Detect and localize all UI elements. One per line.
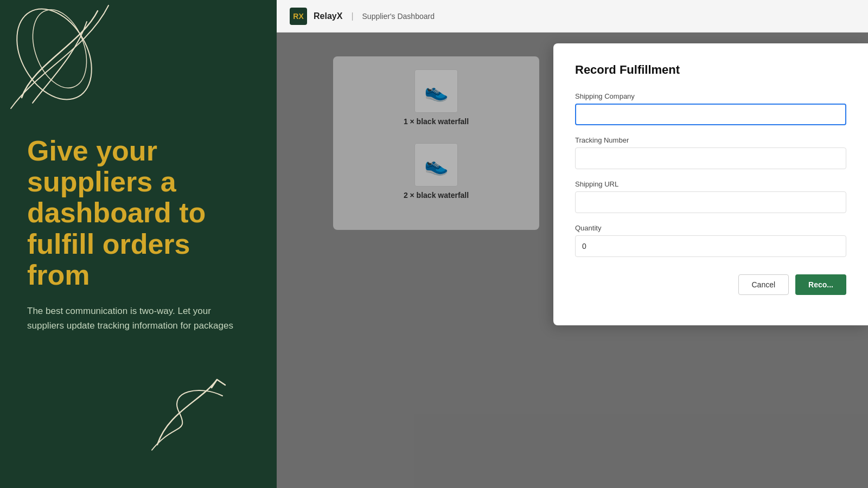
decorative-arrow — [146, 369, 244, 455]
modal-title: Record Fulfillment — [575, 63, 846, 77]
tracking-number-label: Tracking Number — [575, 136, 846, 144]
tracking-number-group: Tracking Number — [575, 136, 846, 169]
shipping-url-group: Shipping URL — [575, 180, 846, 213]
sub-text: The best communication is two-way. Let y… — [27, 304, 233, 333]
record-button[interactable]: Reco... — [795, 274, 846, 295]
decorative-top-lines — [0, 0, 119, 125]
modal-overlay: Record Fulfillment Shipping Company Trac… — [277, 33, 868, 488]
navbar-divider: | — [351, 11, 353, 21]
shipping-company-label: Shipping Company — [575, 92, 846, 100]
tracking-number-input[interactable] — [575, 147, 846, 169]
logo-text: RX — [293, 12, 303, 21]
quantity-label: Quantity — [575, 224, 846, 232]
navbar-brand: RelayX — [314, 11, 342, 21]
shipping-company-input[interactable] — [575, 104, 846, 125]
main-heading: Give your suppliers a dashboard to fulfi… — [27, 136, 250, 291]
record-fulfillment-modal: Record Fulfillment Shipping Company Trac… — [553, 43, 868, 325]
navbar: RX RelayX | Supplier's Dashboard — [277, 0, 868, 33]
modal-actions: Cancel Reco... — [575, 274, 846, 295]
quantity-group: Quantity — [575, 224, 846, 257]
dashboard-background: 👟 1 × black waterfall 👟 2 × black waterf… — [277, 33, 868, 488]
shipping-url-label: Shipping URL — [575, 180, 846, 188]
shipping-url-input[interactable] — [575, 191, 846, 213]
navbar-logo: RX — [290, 8, 307, 25]
shipping-company-group: Shipping Company — [575, 92, 846, 125]
navbar-page-label: Supplier's Dashboard — [362, 12, 435, 21]
cancel-button[interactable]: Cancel — [738, 274, 789, 295]
quantity-input[interactable] — [575, 235, 846, 257]
right-panel: RX RelayX | Supplier's Dashboard 👟 1 × b… — [277, 0, 868, 488]
left-panel: Give your suppliers a dashboard to fulfi… — [0, 0, 277, 488]
